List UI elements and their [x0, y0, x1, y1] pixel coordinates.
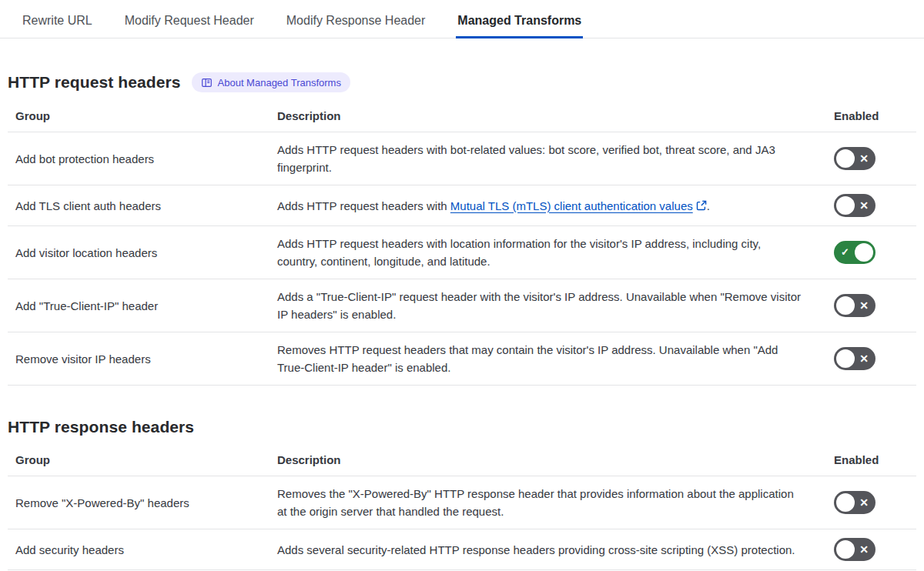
table-row: Add TLS client auth headersAdds HTTP req…: [8, 185, 916, 226]
tab-bar: Rewrite URLModify Request HeaderModify R…: [0, 6, 924, 38]
group-cell: Add TLS client auth headers: [8, 185, 277, 226]
group-cell: Add bot protection headers: [8, 132, 277, 185]
x-icon: ✕: [859, 491, 869, 514]
check-icon: ✓: [841, 241, 849, 264]
enabled-cell: ✕: [834, 529, 916, 570]
enabled-cell: ✓: [834, 226, 916, 279]
enabled-cell: ✕: [834, 132, 916, 185]
column-header-group: Group: [8, 447, 277, 476]
description-cell: Adds HTTP request headers with Mutual TL…: [277, 185, 834, 226]
mtls-docs-link[interactable]: Mutual TLS (mTLS) client authentication …: [450, 199, 693, 212]
group-cell: Add "True-Client-IP" header: [8, 279, 277, 332]
toggle-add-security-headers[interactable]: ✕: [834, 538, 875, 561]
column-header-description: Description: [277, 447, 834, 476]
column-header-group: Group: [8, 103, 277, 132]
request-headers-table: Group Description Enabled Add bot protec…: [8, 103, 916, 386]
table-row: Remove visitor IP headersRemoves HTTP re…: [8, 332, 916, 386]
tab-rewrite-url[interactable]: Rewrite URL: [21, 6, 94, 38]
enabled-cell: ✕: [834, 476, 916, 529]
group-cell: Remove "X-Powered-By" headers: [8, 476, 277, 529]
description-cell: Adds several security-related HTTP respo…: [277, 529, 834, 570]
toggle-knob: [855, 243, 873, 262]
description-cell: Removes the "X-Powered-By" HTTP response…: [277, 476, 834, 529]
x-icon: ✕: [859, 347, 869, 370]
tab-modify-response-header[interactable]: Modify Response Header: [285, 6, 427, 38]
request-headers-section-head: HTTP request headers About Managed Trans…: [8, 72, 916, 92]
response-headers-table: Group Description Enabled Remove "X-Powe…: [8, 447, 916, 570]
toggle-knob: [836, 149, 855, 168]
toggle-add-visitor-location-headers[interactable]: ✓: [834, 241, 875, 264]
description-cell: Adds HTTP request headers with location …: [277, 226, 834, 279]
toggle-remove-visitor-ip-headers[interactable]: ✕: [834, 347, 875, 370]
group-cell: Add security headers: [8, 529, 277, 570]
enabled-cell: ✕: [834, 185, 916, 226]
toggle-knob: [836, 493, 855, 512]
column-header-enabled: Enabled: [834, 103, 916, 132]
table-row: Remove "X-Powered-By" headersRemoves the…: [8, 476, 916, 529]
managed-transforms-page: HTTP request headers About Managed Trans…: [0, 72, 924, 570]
group-cell: Add visitor location headers: [8, 226, 277, 279]
x-icon: ✕: [859, 538, 869, 561]
response-headers-title: HTTP response headers: [8, 418, 194, 436]
column-header-description: Description: [277, 103, 834, 132]
toggle-knob: [836, 540, 855, 559]
tab-managed-transforms[interactable]: Managed Transforms: [456, 6, 583, 38]
table-row: Add security headersAdds several securit…: [8, 529, 916, 570]
toggle-add-true-client-ip-header[interactable]: ✕: [834, 294, 875, 317]
response-headers-section-head: HTTP response headers: [8, 418, 916, 436]
table-row: Add bot protection headersAdds HTTP requ…: [8, 132, 916, 185]
enabled-cell: ✕: [834, 332, 916, 386]
description-cell: Adds HTTP request headers with bot-relat…: [277, 132, 834, 185]
toggle-remove-x-powered-by-headers[interactable]: ✕: [834, 491, 875, 514]
toggle-knob: [836, 296, 855, 315]
toggle-knob: [836, 349, 855, 368]
group-cell: Remove visitor IP headers: [8, 332, 277, 386]
column-header-enabled: Enabled: [834, 447, 916, 476]
book-icon: [201, 77, 213, 88]
description-cell: Adds a "True-Client-IP" request header w…: [277, 279, 834, 332]
toggle-add-tls-client-auth-headers[interactable]: ✕: [834, 194, 875, 217]
description-cell: Removes HTTP request headers that may co…: [277, 332, 834, 386]
x-icon: ✕: [859, 194, 869, 217]
tab-modify-request-header[interactable]: Modify Request Header: [123, 6, 256, 38]
toggle-knob: [836, 196, 855, 215]
about-managed-transforms-badge[interactable]: About Managed Transforms: [192, 72, 350, 92]
enabled-cell: ✕: [834, 279, 916, 332]
table-row: Add visitor location headersAdds HTTP re…: [8, 226, 916, 279]
external-link-icon: [696, 200, 707, 211]
x-icon: ✕: [859, 294, 869, 317]
request-headers-title: HTTP request headers: [8, 73, 181, 92]
table-row: Add "True-Client-IP" headerAdds a "True-…: [8, 279, 916, 332]
toggle-add-bot-protection-headers[interactable]: ✕: [834, 147, 875, 170]
x-icon: ✕: [859, 147, 869, 170]
badge-label: About Managed Transforms: [218, 77, 341, 88]
